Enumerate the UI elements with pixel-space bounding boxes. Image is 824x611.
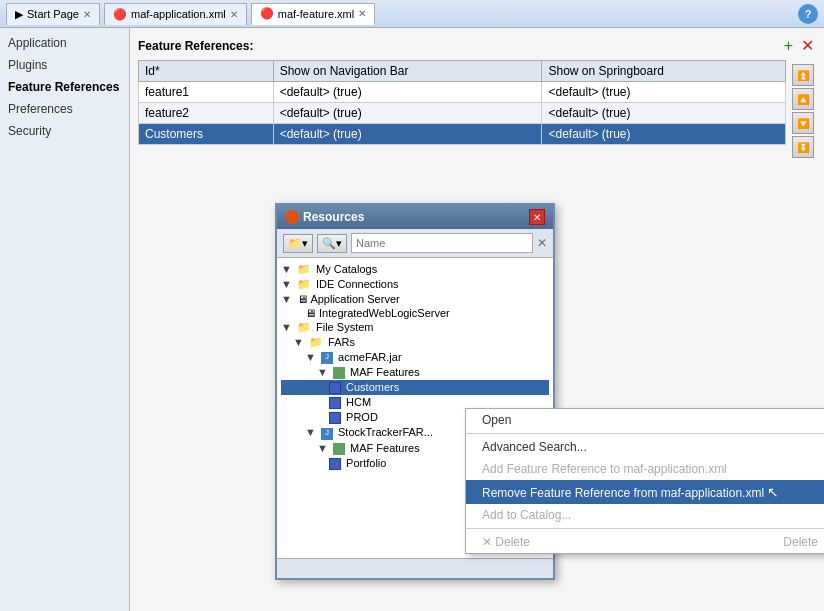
server-icon: 🖥 [297,293,308,305]
menu-item-add-feature-ref: Add Feature Reference to maf-application… [466,458,824,480]
remove-feature-button[interactable]: ✕ [799,36,816,56]
maf-app-icon: 🔴 [113,8,127,21]
dialog-folder-button[interactable]: 📁▾ [283,234,313,253]
tree-item-ide-connections[interactable]: ▼ 📁 IDE Connections [281,277,549,292]
menu-separator [466,433,824,434]
tree-item-application-server[interactable]: ▼ 🖥 Application Server [281,292,549,306]
tab-label: Start Page [27,8,79,20]
tab-label: maf-feature.xml [278,8,354,20]
tab-close-maf-feature[interactable]: ✕ [358,8,366,19]
help-button[interactable]: ? [798,4,818,24]
table-area: Id* Show on Navigation Bar Show on Sprin… [138,60,786,162]
dialog-titlebar: Resources ✕ [277,205,553,229]
expand-icon[interactable]: ▼ [317,366,328,378]
table-row-selected[interactable]: Customers <default> (true) <default> (tr… [139,124,786,145]
tree-item-file-system[interactable]: ▼ 📁 File System [281,320,549,335]
menu-item-remove-feature-ref[interactable]: Remove Feature Reference from maf-applic… [466,480,824,504]
delete-icon: ✕ Delete [482,535,530,549]
tree-item-acmejar[interactable]: ▼ J acmeFAR.jar [281,350,549,365]
oracle-icon [285,210,299,224]
expand-icon[interactable]: ▼ [305,426,316,438]
main-layout: Application Plugins Feature References P… [0,28,824,611]
side-arrows: ⏫ 🔼 🔽 ⏬ [790,60,816,162]
tab-maf-application[interactable]: 🔴 maf-application.xml ✕ [104,3,247,25]
hcm-icon [329,397,341,409]
maf-feature-icon: 🔴 [260,7,274,20]
col-nav: Show on Navigation Bar [273,61,542,82]
row-springboard: <default> (true) [542,103,786,124]
add-feature-button[interactable]: + [782,36,795,56]
move-up-button[interactable]: 🔼 [792,88,814,110]
tab-start-page[interactable]: ▶ Start Page ✕ [6,3,100,25]
row-nav: <default> (true) [273,103,542,124]
jar-icon: J [321,428,333,440]
dialog-bottom [277,558,553,578]
folder-icon: 📁 [309,336,323,348]
folder-icon: 📁 [297,278,311,290]
move-down-button[interactable]: 🔽 [792,112,814,134]
context-menu: Open Advanced Search... Add Feature Refe… [465,408,824,554]
dialog-search-input[interactable] [351,233,533,253]
expand-icon[interactable]: ▼ [281,263,292,275]
tree-item-weblogic[interactable]: 🖥 IntegratedWebLogicServer [281,306,549,320]
start-page-icon: ▶ [15,8,23,21]
table-row[interactable]: feature2 <default> (true) <default> (tru… [139,103,786,124]
feature-references-toolbar: Feature References: + ✕ [138,36,816,56]
col-springboard: Show on Springboard [542,61,786,82]
title-bar: ▶ Start Page ✕ 🔴 maf-application.xml ✕ 🔴… [0,0,824,28]
row-nav: <default> (true) [273,124,542,145]
feature-icon [333,443,345,455]
portfolio-icon [329,458,341,470]
sidebar-item-security[interactable]: Security [0,120,129,142]
row-id: Customers [139,124,274,145]
sidebar-item-plugins[interactable]: Plugins [0,54,129,76]
table-row[interactable]: feature1 <default> (true) <default> (tru… [139,82,786,103]
move-top-button[interactable]: ⏫ [792,64,814,86]
dialog-close-button[interactable]: ✕ [529,209,545,225]
prod-icon [329,412,341,424]
row-id: feature2 [139,103,274,124]
server-child-icon: 🖥 [305,307,316,319]
tree-item-fars[interactable]: ▼ 📁 FARs [281,335,549,350]
sidebar: Application Plugins Feature References P… [0,28,130,611]
row-nav: <default> (true) [273,82,542,103]
menu-item-delete: ✕ Delete Delete [466,531,824,553]
dialog-search-btn[interactable]: 🔍▾ [317,234,347,253]
col-id: Id* [139,61,274,82]
tab-close-start[interactable]: ✕ [83,9,91,20]
menu-item-advanced-search[interactable]: Advanced Search... [466,436,824,458]
expand-icon[interactable]: ▼ [281,278,292,290]
move-bottom-button[interactable]: ⏬ [792,136,814,158]
row-springboard: <default> (true) [542,124,786,145]
sidebar-item-application[interactable]: Application [0,32,129,54]
expand-icon[interactable]: ▼ [293,336,304,348]
dialog-toolbar: 📁▾ 🔍▾ ✕ [277,229,553,258]
feature-icon [333,367,345,379]
tree-item-my-catalogs[interactable]: ▼ 📁 My Catalogs [281,262,549,277]
feature-references-title: Feature References: [138,39,778,53]
expand-icon[interactable]: ▼ [305,351,316,363]
menu-separator-2 [466,528,824,529]
dialog-title: Resources [303,210,364,224]
sidebar-item-feature-references[interactable]: Feature References [0,76,129,98]
tree-item-customers[interactable]: Customers [281,380,549,395]
sidebar-item-preferences[interactable]: Preferences [0,98,129,120]
menu-item-add-to-catalog: Add to Catalog... [466,504,824,526]
jar-icon: J [321,352,333,364]
tab-label: maf-application.xml [131,8,226,20]
row-springboard: <default> (true) [542,82,786,103]
expand-icon[interactable]: ▼ [317,442,328,454]
customer-icon [329,382,341,394]
tree-item-maf-features-1[interactable]: ▼ MAF Features [281,365,549,380]
content-with-arrows: Id* Show on Navigation Bar Show on Sprin… [138,60,816,162]
expand-icon[interactable]: ▼ [281,293,292,305]
folder-icon: 📁 [297,263,311,275]
tab-close-maf-app[interactable]: ✕ [230,9,238,20]
tab-maf-feature[interactable]: 🔴 maf-feature.xml ✕ [251,3,375,25]
expand-icon[interactable]: ▼ [281,321,292,333]
feature-references-table: Id* Show on Navigation Bar Show on Sprin… [138,60,786,145]
dialog-clear-search[interactable]: ✕ [537,236,547,250]
cursor-indicator [767,486,779,500]
content-area: Feature References: + ✕ Id* Show on Navi… [130,28,824,611]
menu-item-open[interactable]: Open [466,409,824,431]
